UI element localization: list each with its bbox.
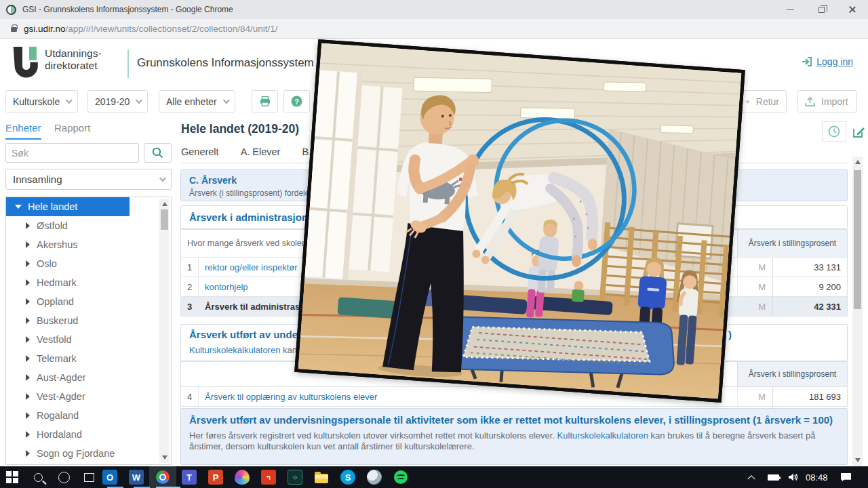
scrollbar-thumb[interactable] <box>161 209 168 230</box>
taskbar-powerpoint[interactable]: P <box>208 469 224 485</box>
teams-icon: T <box>182 470 197 485</box>
acrobat-icon: ꭋ <box>261 470 276 485</box>
tree-item[interactable]: Aust-Agder <box>6 368 171 387</box>
school-type-dropdown[interactable]: Kulturskole <box>5 90 78 113</box>
tree-item[interactable]: Buskerud <box>6 311 171 330</box>
expand-icon[interactable] <box>26 374 30 381</box>
close-button[interactable] <box>837 0 868 19</box>
tray-expand-button[interactable] <box>749 466 754 488</box>
units-dropdown[interactable]: Alle enheter <box>159 90 235 113</box>
help-button[interactable]: ? <box>283 90 310 113</box>
tree-item[interactable]: Oslo <box>6 254 171 273</box>
lock-icon[interactable] <box>11 27 17 32</box>
expand-icon[interactable] <box>26 393 30 400</box>
collection-value: Innsamling <box>13 174 62 185</box>
taskbar-paint3d[interactable] <box>234 469 250 485</box>
tab-enheter[interactable]: Enheter <box>5 122 41 140</box>
scrollbar-thumb[interactable] <box>854 170 861 309</box>
taskbar-anyconnect[interactable] <box>366 469 382 485</box>
tab-a-elever[interactable]: A. Elever <box>241 146 281 157</box>
search-input[interactable] <box>5 143 139 163</box>
main-scrollbar[interactable] <box>852 157 863 466</box>
battery-indicator[interactable] <box>768 466 779 488</box>
desktop: { "window": { "title": "GSI - Grunnskole… <box>0 0 868 488</box>
taskbar-chrome[interactable] <box>155 469 171 485</box>
expand-icon[interactable] <box>26 279 30 286</box>
collection-select[interactable]: Innsamling <box>5 169 172 190</box>
taskbar-outlook[interactable]: O <box>102 469 118 485</box>
taskbar-search-button[interactable] <box>30 469 46 485</box>
cortana-icon <box>58 472 70 483</box>
tree-item[interactable]: Østfold <box>6 216 171 235</box>
calculator-link[interactable]: Kulturskolekalkulatoren <box>189 345 280 355</box>
search-button[interactable] <box>144 143 172 163</box>
row-value[interactable]: 33 131 <box>772 258 847 277</box>
expand-icon[interactable] <box>26 412 30 419</box>
scroll-down-icon[interactable] <box>162 455 167 460</box>
tree-item[interactable]: Oppland <box>6 292 171 311</box>
app-grid-icon: ⁘ <box>288 470 302 485</box>
row-value[interactable]: 181 693 <box>772 387 847 406</box>
edit-icon <box>852 125 865 139</box>
taskbar-app-grid[interactable]: ⁘ <box>287 469 303 485</box>
tab-rapport[interactable]: Rapport <box>54 122 90 134</box>
task-view-button[interactable] <box>81 469 97 485</box>
expand-icon[interactable] <box>26 355 30 362</box>
address-bar[interactable]: gsi.udir.no/app/#!/view/units/collection… <box>0 19 868 39</box>
expand-icon[interactable] <box>26 241 30 248</box>
row-label-link[interactable]: Årsverk til opplæring av kulturskolens e… <box>205 392 377 402</box>
column-header: Årsverk i stillingsprosent <box>737 230 847 257</box>
scroll-down-icon[interactable] <box>855 458 861 462</box>
taskbar-acrobat[interactable]: ꭋ <box>260 469 277 485</box>
expand-icon[interactable] <box>26 317 30 324</box>
row-label-link[interactable]: kontorhjelp <box>205 282 248 292</box>
taskbar-teams[interactable]: T <box>181 469 197 485</box>
tree-scrollbar[interactable] <box>159 199 170 463</box>
taskbar-word[interactable]: W <box>128 469 144 485</box>
tree-item[interactable]: Vest-Agder <box>6 387 171 406</box>
tree-item[interactable]: Vestfold <box>6 330 171 349</box>
retur-button[interactable]: Retur <box>738 90 787 113</box>
chevron-down-icon <box>136 97 142 104</box>
expand-icon[interactable] <box>26 450 30 457</box>
tree-item[interactable]: Sogn og Fjordane <box>6 444 171 463</box>
taskbar-file-explorer[interactable] <box>313 469 330 485</box>
clock-icon <box>828 125 840 138</box>
import-button[interactable]: Import <box>797 90 857 113</box>
tree-item-hele-landet[interactable]: Hele landet <box>6 197 130 216</box>
row-label-link[interactable]: rektor og/eller inspektør <box>205 262 298 272</box>
expand-icon[interactable] <box>26 298 30 305</box>
expand-icon[interactable] <box>26 260 30 267</box>
year-dropdown[interactable]: 2019-20 <box>87 90 148 113</box>
tree-item[interactable]: Hedmark <box>6 273 171 292</box>
calculator-link[interactable]: Kulturskolekalkulatoren <box>557 430 648 441</box>
scroll-up-icon[interactable] <box>162 202 167 206</box>
cortana-button[interactable] <box>56 469 72 485</box>
start-button[interactable] <box>4 469 20 485</box>
url-path: /app/#!/view/units/collectionset/2/colle… <box>66 24 278 34</box>
expand-icon[interactable] <box>26 336 30 343</box>
login-link[interactable]: Logg inn <box>816 56 853 67</box>
print-button[interactable] <box>252 90 278 113</box>
volume-indicator[interactable] <box>788 466 799 488</box>
minimize-button[interactable] <box>774 0 806 19</box>
tree-item[interactable]: Akershus <box>6 235 171 254</box>
tree-item[interactable]: Telemark <box>6 349 171 368</box>
outlook-icon: O <box>102 470 117 485</box>
history-button[interactable] <box>822 121 846 142</box>
expand-icon[interactable] <box>26 431 30 438</box>
edit-button[interactable] <box>852 125 865 139</box>
taskbar-clock[interactable]: 08:48 <box>806 466 828 488</box>
taskbar-spotify[interactable] <box>393 469 409 485</box>
collapse-icon[interactable] <box>15 205 22 209</box>
taskbar-skype[interactable]: S <box>340 469 356 485</box>
tree-item[interactable]: Hordaland <box>6 425 171 444</box>
tree-item[interactable]: Rogaland <box>6 406 171 425</box>
login-area: Logg inn <box>802 56 853 67</box>
expand-icon[interactable] <box>26 222 30 229</box>
restore-button[interactable] <box>806 0 837 19</box>
action-center-button[interactable] <box>841 466 851 488</box>
row-value[interactable]: 9 200 <box>772 277 847 296</box>
tab-generelt[interactable]: Generelt <box>181 146 219 157</box>
scroll-up-icon[interactable] <box>855 160 861 164</box>
